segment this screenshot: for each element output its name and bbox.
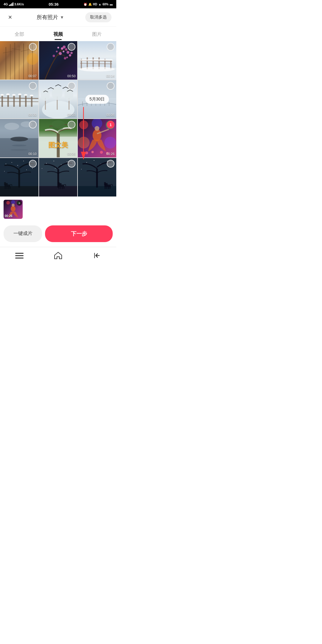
svg-rect-39 <box>13 95 15 107</box>
nav-menu-button[interactable] <box>14 250 25 261</box>
svg-point-72 <box>4 123 19 130</box>
grid-item-2[interactable]: 00:50 <box>39 41 78 80</box>
grid-item-7[interactable]: 00:10 <box>0 119 38 157</box>
svg-point-77 <box>52 120 65 129</box>
grid-item-4[interactable]: 00:30 <box>0 80 38 119</box>
status-right: ⏰ 🔔 HD ▲ 60% ▬ <box>83 3 113 6</box>
svg-rect-38 <box>7 94 9 107</box>
duration-2: 00:50 <box>67 74 76 78</box>
album-name: 所有照片 <box>37 14 58 21</box>
battery-label: 60% <box>103 3 109 6</box>
svg-point-11 <box>27 53 38 65</box>
grid-item-9[interactable]: 1 00:26 <box>78 119 116 157</box>
svg-point-49 <box>24 94 27 96</box>
svg-point-96 <box>32 168 33 169</box>
nav-back-button[interactable] <box>92 250 102 261</box>
svg-rect-99 <box>0 186 38 196</box>
svg-point-16 <box>64 57 66 59</box>
select-circle-6 <box>107 82 114 90</box>
svg-point-109 <box>46 163 47 164</box>
svg-line-33 <box>80 63 112 64</box>
action-buttons: 一键成片 下一步 <box>0 222 116 247</box>
svg-point-114 <box>42 168 42 169</box>
svg-point-144 <box>6 201 10 205</box>
grid-item-11[interactable] <box>39 158 78 196</box>
tab-video[interactable]: 视频 <box>39 29 78 40</box>
menu-icon <box>15 252 24 259</box>
duration-9: 00:26 <box>106 152 114 156</box>
select-circle-10 <box>29 160 37 168</box>
svg-point-15 <box>66 51 69 54</box>
svg-rect-107 <box>4 182 6 185</box>
next-step-button[interactable]: 下一步 <box>45 225 113 242</box>
svg-point-92 <box>12 162 12 163</box>
svg-point-110 <box>53 161 54 161</box>
grid-item-10[interactable] <box>0 158 38 196</box>
svg-point-19 <box>52 55 55 57</box>
svg-point-23 <box>63 51 64 52</box>
signal-bars <box>9 2 13 6</box>
grid-item-1[interactable]: 00:07 <box>0 41 38 80</box>
svg-rect-141 <box>104 182 106 185</box>
dropdown-arrow-icon: ▼ <box>60 15 64 20</box>
svg-point-84 <box>95 126 100 131</box>
svg-rect-106 <box>10 187 11 189</box>
svg-point-83 <box>93 129 102 141</box>
svg-point-24 <box>70 52 73 54</box>
tab-all[interactable]: 全部 <box>0 29 39 40</box>
preview-duration: 00:26 <box>5 214 13 218</box>
svg-line-43 <box>0 98 38 98</box>
svg-point-94 <box>23 161 24 161</box>
svg-point-17 <box>59 52 62 55</box>
grid-item-6[interactable]: 5月30日 00:06 <box>78 80 116 119</box>
svg-rect-124 <box>58 182 60 185</box>
grid-item-8[interactable]: 图文美 00:06 <box>39 119 78 157</box>
grid-item-3[interactable]: 00:14 <box>78 41 116 80</box>
svg-rect-37 <box>1 95 3 107</box>
preview-close-button[interactable]: × <box>17 200 22 206</box>
carrier-label: 4G <box>4 2 8 6</box>
svg-rect-103 <box>5 187 6 189</box>
svg-rect-34 <box>80 59 113 61</box>
quick-compile-button[interactable]: 一键成片 <box>4 225 42 242</box>
svg-point-82 <box>104 137 116 149</box>
svg-point-87 <box>92 151 94 153</box>
svg-rect-134 <box>96 169 98 188</box>
tab-photo[interactable]: 图片 <box>78 29 116 40</box>
svg-rect-149 <box>15 253 24 254</box>
svg-point-21 <box>66 56 68 58</box>
grid-item-5[interactable]: 00:03 <box>39 80 78 119</box>
svg-rect-59 <box>82 101 83 106</box>
svg-point-91 <box>6 164 6 164</box>
svg-point-78 <box>79 120 88 129</box>
cancel-multiselect-button[interactable]: 取消多选 <box>85 12 112 22</box>
svg-point-20 <box>69 54 71 57</box>
grid-item-12[interactable] <box>78 158 116 196</box>
close-button[interactable]: × <box>5 12 16 23</box>
svg-rect-104 <box>7 187 7 189</box>
svg-point-115 <box>55 168 55 169</box>
svg-rect-116 <box>39 186 78 196</box>
duration-3: 00:14 <box>106 74 114 78</box>
select-circle-7 <box>29 121 37 129</box>
signal-bar-3 <box>11 3 12 6</box>
status-left: 4G 3.6K/s <box>4 2 24 6</box>
svg-rect-139 <box>108 187 109 189</box>
svg-rect-40 <box>19 94 21 107</box>
svg-point-131 <box>81 169 82 170</box>
photo-grid: 00:07 <box>0 41 116 196</box>
select-circle-5 <box>68 82 75 90</box>
svg-point-18 <box>56 51 58 52</box>
svg-point-81 <box>78 137 90 149</box>
svg-rect-65 <box>109 102 109 106</box>
svg-point-71 <box>10 149 28 151</box>
selected-preview: × 00:26 <box>4 200 23 219</box>
home-icon <box>54 251 62 260</box>
duration-5: 00:03 <box>67 113 76 117</box>
header-title[interactable]: 所有照片 ▼ <box>37 14 64 21</box>
select-circle-4 <box>29 82 37 90</box>
svg-rect-151 <box>15 258 24 258</box>
nav-home-button[interactable] <box>53 250 64 261</box>
svg-point-126 <box>86 162 87 163</box>
back-icon <box>93 251 101 260</box>
